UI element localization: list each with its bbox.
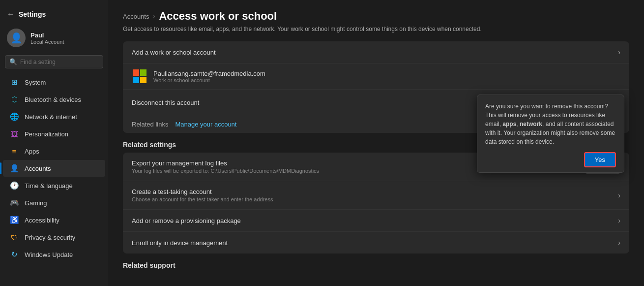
sidebar-item-label-bluetooth: Bluetooth & devices — [25, 96, 81, 103]
sidebar-item-bluetooth[interactable]: ⬡Bluetooth & devices — [3, 91, 105, 108]
provisioning-title: Add or remove a provisioning package — [132, 217, 613, 224]
accounts-icon: 👤 — [10, 164, 19, 173]
sidebar-item-network[interactable]: 🌐Network & internet — [3, 108, 105, 125]
sidebar-item-privacy[interactable]: 🛡Privacy & security — [3, 229, 105, 246]
sidebar-item-label-personalization: Personalization — [25, 130, 68, 138]
add-account-chevron: › — [618, 48, 620, 56]
sidebar-item-accounts[interactable]: 👤Accounts — [3, 160, 105, 177]
sidebar-item-label-system: System — [25, 79, 46, 86]
search-input[interactable] — [20, 59, 99, 65]
provisioning-row[interactable]: Add or remove a provisioning package › — [123, 210, 629, 232]
update-icon: ↻ — [10, 250, 19, 259]
sidebar-item-time[interactable]: 🕐Time & language — [3, 177, 105, 194]
sidebar-item-gaming[interactable]: 🎮Gaming — [3, 194, 105, 211]
sidebar-item-label-time: Time & language — [25, 182, 73, 190]
test-account-chevron: › — [618, 191, 620, 199]
popup-bold-apps: apps — [502, 121, 516, 127]
sidebar-item-apps[interactable]: ≡Apps — [3, 143, 105, 159]
back-icon[interactable]: ← — [7, 10, 15, 19]
sidebar-nav: ⊞System⬡Bluetooth & devices🌐Network & in… — [0, 73, 108, 263]
search-box[interactable]: 🔍 — [5, 55, 103, 68]
gaming-icon: 🎮 — [10, 198, 19, 207]
user-info: Paul Local Account — [30, 32, 64, 45]
apps-icon: ≡ — [10, 147, 19, 156]
microsoft-icon — [132, 68, 147, 84]
sidebar-item-accessibility[interactable]: ♿Accessibility — [3, 212, 105, 228]
svg-rect-2 — [133, 77, 139, 83]
sidebar-item-label-apps: Apps — [25, 148, 39, 155]
privacy-icon: 🛡 — [10, 233, 19, 242]
user-name: Paul — [30, 32, 64, 39]
personalization-icon: 🖼 — [10, 129, 19, 138]
provisioning-chevron: › — [618, 217, 620, 224]
breadcrumb-parent[interactable]: Accounts — [123, 13, 149, 20]
user-role: Local Account — [30, 39, 64, 45]
popup-text: Are you sure you want to remove this acc… — [485, 102, 616, 146]
accounts-section-card: Add a work or school account › Pauliansa… — [123, 41, 629, 133]
sidebar-item-system[interactable]: ⊞System — [3, 74, 105, 91]
account-type: Work or school account — [153, 77, 265, 83]
sidebar-item-label-accounts: Accounts — [25, 165, 51, 172]
user-section: 👤 Paul Local Account — [0, 24, 108, 55]
manage-account-link[interactable]: Manage your account — [175, 121, 236, 128]
test-account-row[interactable]: Create a test-taking account Choose an a… — [123, 181, 629, 210]
svg-rect-1 — [140, 69, 146, 76]
breadcrumb: Accounts › Access work or school — [123, 10, 629, 23]
connected-account-row[interactable]: Pauliansang.samte@framedmedia.com Work o… — [123, 64, 629, 90]
network-icon: 🌐 — [10, 112, 19, 121]
related-links-label: Related links — [132, 121, 168, 128]
svg-rect-3 — [140, 77, 146, 83]
sidebar-item-label-accessibility: Accessibility — [25, 217, 59, 224]
page-title: Access work or school — [159, 10, 277, 23]
sidebar-item-personalization[interactable]: 🖼Personalization — [3, 126, 105, 142]
popup-bold-network: network — [520, 121, 542, 127]
bluetooth-icon: ⬡ — [10, 95, 19, 104]
confirmation-popup: Are you sure you want to remove this acc… — [477, 95, 624, 173]
account-info: Pauliansang.samte@framedmedia.com Work o… — [153, 70, 265, 83]
sidebar-item-label-update: Windows Update — [25, 251, 73, 258]
related-support-title: Related support — [123, 261, 629, 269]
sidebar-item-update[interactable]: ↻Windows Update — [3, 246, 105, 263]
sidebar-item-label-gaming: Gaming — [25, 199, 47, 207]
accessibility-icon: ♿ — [10, 216, 19, 224]
popup-actions: Yes — [485, 152, 616, 167]
page-description: Get access to resources like email, apps… — [123, 26, 629, 32]
avatar: 👤 — [7, 29, 26, 47]
device-management-row[interactable]: Enroll only in device management › — [123, 232, 629, 254]
svg-rect-0 — [133, 69, 139, 76]
sidebar-item-label-privacy: Privacy & security — [25, 234, 75, 241]
sidebar: ← Settings 👤 Paul Local Account 🔍 ⊞Syste… — [0, 0, 108, 286]
device-management-title: Enroll only in device management — [132, 239, 613, 247]
system-icon: ⊞ — [10, 78, 19, 87]
add-account-label: Add a work or school account — [132, 49, 613, 56]
account-email: Pauliansang.samte@framedmedia.com — [153, 70, 265, 77]
settings-header: ← Settings — [0, 5, 108, 24]
main-content: Accounts › Access work or school Get acc… — [108, 0, 644, 286]
time-icon: 🕐 — [10, 181, 19, 190]
sidebar-item-label-network: Network & internet — [25, 113, 77, 121]
breadcrumb-separator: › — [153, 13, 155, 20]
settings-title: Settings — [19, 10, 46, 18]
yes-button[interactable]: Yes — [584, 152, 616, 167]
device-management-chevron: › — [618, 239, 620, 247]
disconnect-label: Disconnect this account — [132, 99, 199, 106]
test-account-title: Create a test-taking account — [132, 188, 613, 195]
search-icon: 🔍 — [9, 58, 17, 65]
add-account-row[interactable]: Add a work or school account › — [123, 41, 629, 64]
test-account-subtitle: Choose an account for the test taker and… — [132, 196, 613, 202]
